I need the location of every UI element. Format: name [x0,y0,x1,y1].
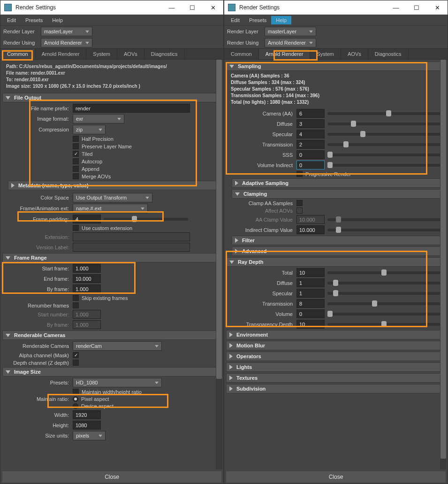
render-using-dropdown[interactable]: Arnold Renderer [41,38,92,47]
transparency-depth-input[interactable] [296,320,325,329]
image-format-dropdown[interactable]: exr [73,114,124,123]
ray-specular-slider[interactable] [327,292,446,295]
sss-input[interactable] [296,150,325,159]
merge-aovs-checkbox[interactable] [73,173,79,179]
indirect-clamp-input[interactable] [296,225,325,234]
camera-aa-slider[interactable] [327,112,446,115]
renumber-checkbox[interactable] [73,302,79,308]
ray-volume-slider[interactable] [327,313,446,315]
close-button[interactable]: ✕ [203,0,223,15]
width-input[interactable] [73,410,101,419]
tab-diagnostics[interactable]: Diagnostics [368,49,409,59]
frame-padding-slider[interactable] [104,218,188,221]
ray-diffuse-slider[interactable] [327,282,446,284]
tab-common[interactable]: Common [224,49,259,59]
preserve-layer-checkbox[interactable] [73,143,79,149]
image-size-header[interactable]: Image Size [2,367,221,376]
ray-diffuse-input[interactable] [296,278,325,287]
sss-slider[interactable] [327,154,446,156]
device-aspect-radio[interactable] [73,403,78,409]
presets-dropdown[interactable]: HD_1080 [73,378,162,387]
clamp-aa-checkbox[interactable] [296,200,303,206]
maximize-button[interactable]: ☐ [406,0,427,15]
tab-arnold-renderer[interactable]: Arnold Renderer [35,49,87,59]
tab-diagnostics[interactable]: Diagnostics [144,49,185,59]
close-button-bottom[interactable]: Close [226,471,446,483]
close-button-bottom[interactable]: Close [2,471,221,483]
specular-samples-input[interactable] [296,130,325,138]
append-checkbox[interactable] [73,166,79,172]
skip-frames-checkbox[interactable] [73,295,79,301]
size-units-dropdown[interactable]: pixels [73,431,106,440]
tiled-checkbox[interactable] [73,151,79,157]
adaptive-sampling-header[interactable]: Adaptive Sampling [232,178,446,188]
ray-volume-input[interactable] [296,309,325,318]
close-button[interactable]: ✕ [427,0,448,15]
menu-edit[interactable]: Edit [226,16,244,24]
menu-help[interactable]: Help [47,16,68,24]
tab-common[interactable]: Common [0,49,35,59]
transmission-samples-slider[interactable] [327,143,446,146]
lights-header[interactable]: Lights [226,362,446,372]
advanced-header[interactable]: Advanced [232,246,446,256]
menu-presets[interactable]: Presets [21,16,47,24]
use-custom-ext-checkbox[interactable] [73,225,79,231]
volume-indirect-input[interactable] [296,161,325,169]
height-input[interactable] [73,421,101,430]
frame-range-header[interactable]: Frame Range [2,253,221,262]
minimize-button[interactable]: — [386,0,406,15]
tab-aovs[interactable]: AOVs [341,49,368,59]
scrollbar[interactable] [216,60,222,469]
file-name-prefix-input[interactable] [73,104,190,113]
tab-system[interactable]: System [86,49,117,59]
render-layer-dropdown[interactable]: masterLayer [41,27,92,36]
sampling-header[interactable]: Sampling [226,61,446,71]
ray-total-slider[interactable] [327,271,446,274]
textures-header[interactable]: Textures [226,373,446,383]
compression-dropdown[interactable]: zip [73,125,106,134]
progressive-render-checkbox[interactable] [296,171,303,177]
subdivision-header[interactable]: Subdivision [226,384,446,393]
motion-blur-header[interactable]: Motion Blur [226,341,446,350]
metadata-header[interactable]: Metadata (name, type, value) [8,181,221,190]
clamping-header[interactable]: Clamping [232,189,446,199]
half-precision-checkbox[interactable] [73,136,79,142]
ray-transmission-slider[interactable] [327,302,446,305]
autocrop-checkbox[interactable] [73,158,79,164]
ray-specular-input[interactable] [296,289,325,298]
specular-samples-slider[interactable] [327,133,446,136]
color-space-dropdown[interactable]: Use Output Transform [73,193,152,202]
pixel-aspect-radio[interactable] [73,396,78,402]
diffuse-samples-input[interactable] [296,119,325,128]
maintain-ratio-checkbox[interactable] [73,389,79,395]
end-frame-input[interactable] [73,274,101,283]
frame-ext-dropdown[interactable]: name.#.ext [73,204,148,213]
operators-header[interactable]: Operators [226,352,446,361]
transparency-depth-slider[interactable] [327,323,446,326]
tab-arnold-renderer[interactable]: Arnold Renderer [259,49,311,59]
volume-indirect-slider[interactable] [327,164,446,167]
depth-channel-checkbox[interactable] [73,360,79,366]
render-layer-dropdown[interactable]: masterLayer [265,27,316,36]
environment-header[interactable]: Environment [226,330,446,339]
minimize-button[interactable]: — [161,0,182,15]
ray-total-input[interactable] [296,268,325,277]
scrollbar[interactable] [440,60,447,469]
menu-edit[interactable]: Edit [2,16,21,24]
by-frame-input[interactable] [73,284,101,293]
filter-header[interactable]: Filter [232,236,446,245]
file-output-header[interactable]: File Output [2,93,221,102]
maximize-button[interactable]: ☐ [182,0,203,15]
renderable-camera-dropdown[interactable]: renderCam [73,341,162,351]
transmission-samples-input[interactable] [296,140,325,149]
render-using-dropdown[interactable]: Arnold Renderer [265,38,316,47]
frame-padding-input[interactable] [73,215,101,223]
tab-aovs[interactable]: AOVs [117,49,144,59]
menu-presets[interactable]: Presets [244,16,271,24]
tab-system[interactable]: System [310,49,341,59]
diffuse-samples-slider[interactable] [327,123,446,125]
indirect-clamp-slider[interactable] [327,229,446,231]
ray-depth-header[interactable]: Ray Depth [226,257,446,267]
camera-aa-input[interactable] [296,109,325,118]
renderable-cameras-header[interactable]: Renderable Cameras [2,330,221,340]
